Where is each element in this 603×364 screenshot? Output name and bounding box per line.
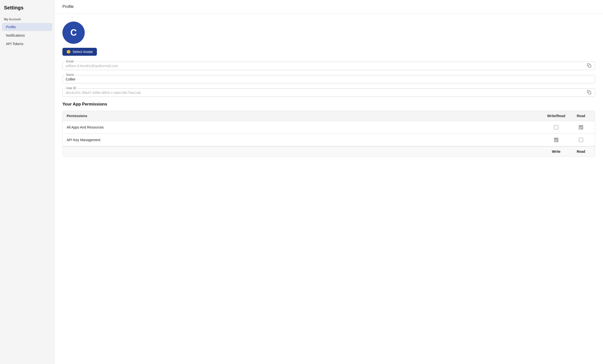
user-id-label: User ID <box>65 86 77 90</box>
profile-section: C 🙂 Select Avatar Email william.d.hendri… <box>55 14 603 165</box>
permissions-col-header: Permissions <box>67 114 541 118</box>
write-footer-label: Write <box>541 150 571 154</box>
smiley-icon: 🙂 <box>66 50 71 54</box>
sidebar-item-label: Notifications <box>6 33 25 37</box>
svg-rect-1 <box>589 92 591 94</box>
my-account-label: My Account <box>0 16 54 23</box>
write-read-checkbox[interactable] <box>554 138 558 142</box>
main-content: Profile C 🙂 Select Avatar Email william.… <box>55 0 603 364</box>
read-checkbox[interactable] <box>579 138 583 142</box>
read-footer-label: Read <box>571 150 591 154</box>
copy-icon <box>587 90 591 95</box>
name-value: Collier <box>66 77 583 81</box>
avatar-container: C 🙂 Select Avatar <box>62 22 595 56</box>
page-title: Profile <box>62 4 74 9</box>
write-read-cell <box>541 138 571 142</box>
permissions-footer-row: Write Read <box>63 146 595 156</box>
sidebar-item-label: API Tokens <box>6 42 24 46</box>
email-label: Email <box>65 60 75 63</box>
write-read-checkbox[interactable] <box>554 125 558 130</box>
permissions-title: Your App Permissions <box>62 102 595 107</box>
page-header: Profile <box>55 0 603 14</box>
permission-label: API Key Management <box>67 138 541 142</box>
sidebar: Settings My Account Profile Notification… <box>0 0 55 364</box>
user-id-field: User ID abc4c2e1-3bb47-4d9e-dd04-c-caba-… <box>62 88 595 97</box>
sidebar-item-label: Profile <box>6 25 16 29</box>
permissions-section: Your App Permissions Permissions Write/R… <box>62 102 595 157</box>
name-label: Name <box>65 73 75 77</box>
table-row: API Key Management <box>63 134 595 146</box>
select-avatar-label: Select Avatar <box>73 50 93 54</box>
name-field[interactable]: Name Collier <box>62 75 595 83</box>
copy-icon <box>587 63 591 68</box>
read-cell <box>571 138 591 142</box>
avatar: C <box>62 22 85 44</box>
permissions-table: Permissions Write/Read Read All Apps And… <box>62 111 595 157</box>
write-read-cell <box>541 125 571 130</box>
sidebar-item-profile[interactable]: Profile <box>2 23 52 31</box>
email-field: Email william.d.hendrix@quiltermail.com <box>62 62 595 70</box>
select-avatar-button[interactable]: 🙂 Select Avatar <box>62 48 97 56</box>
permission-label: All Apps And Resources <box>67 125 541 129</box>
svg-rect-0 <box>589 65 591 67</box>
sidebar-item-api-tokens[interactable]: API Tokens <box>2 40 52 48</box>
permissions-table-header: Permissions Write/Read Read <box>63 111 595 121</box>
table-row: All Apps And Resources <box>63 121 595 134</box>
copy-user-id-button[interactable] <box>586 89 592 96</box>
email-value: william.d.hendrix@quiltermail.com <box>66 64 583 68</box>
read-cell <box>571 125 591 130</box>
write-read-col-header: Write/Read <box>541 114 571 118</box>
user-id-value: abc4c2e1-3bb47-4d9e-dd04-c-caba-b6c7bac1… <box>66 91 583 95</box>
copy-email-button[interactable] <box>586 62 592 70</box>
app-title: Settings <box>0 5 54 16</box>
read-checkbox[interactable] <box>579 125 583 130</box>
read-col-header: Read <box>571 114 591 118</box>
sidebar-item-notifications[interactable]: Notifications <box>2 31 52 39</box>
